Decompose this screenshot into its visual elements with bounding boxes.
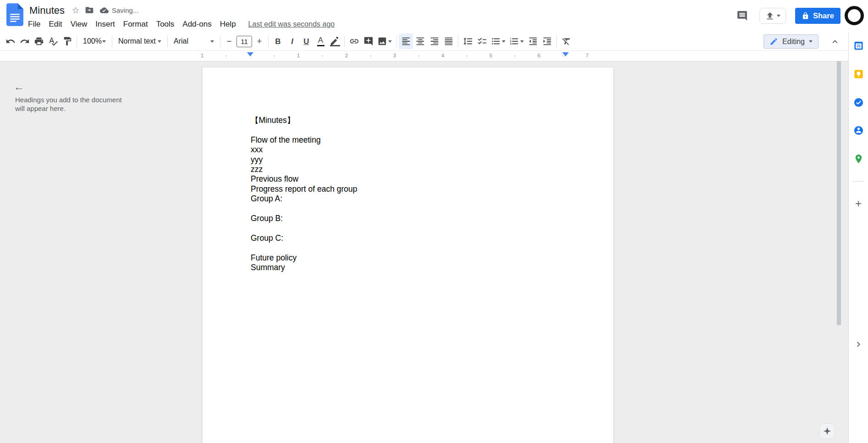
doc-line[interactable]: 【Minutes】 <box>251 116 565 125</box>
decrease-indent-button[interactable] <box>526 33 540 49</box>
menu-tools[interactable]: Tools <box>152 18 179 30</box>
explore-button[interactable] <box>819 423 835 439</box>
mode-label: Editing <box>782 38 805 46</box>
close-outline-button[interactable]: ← <box>10 78 27 95</box>
titlebar: Minutes ☆ Saving... File Edit View Inser… <box>0 0 868 32</box>
line-spacing-button[interactable] <box>461 33 475 49</box>
link-icon <box>349 36 359 46</box>
align-justify-icon <box>444 36 454 46</box>
star-button[interactable]: ☆ <box>69 4 82 17</box>
doc-line[interactable]: yyy <box>251 155 565 165</box>
doc-line[interactable]: Previous flow <box>251 174 565 184</box>
doc-line[interactable]: Summary <box>251 263 565 272</box>
doc-line[interactable]: Group C: <box>251 233 565 243</box>
paint-format-button[interactable] <box>60 33 74 49</box>
pencil-icon <box>769 37 778 46</box>
menu-help[interactable]: Help <box>216 18 240 30</box>
hide-menus-button[interactable] <box>827 34 843 50</box>
bold-button[interactable]: B <box>271 33 285 49</box>
align-left-button[interactable] <box>399 33 413 49</box>
increase-font-size-button[interactable]: + <box>253 33 266 49</box>
get-add-ons-button[interactable]: + <box>850 195 867 212</box>
keep-button[interactable] <box>850 65 867 83</box>
toolbar-divider <box>396 36 396 47</box>
align-justify-button[interactable] <box>441 33 456 49</box>
doc-line[interactable]: zzz <box>251 165 565 174</box>
calendar-button[interactable]: 31 <box>850 37 867 54</box>
show-side-panel-button[interactable]: › <box>850 334 867 353</box>
decrease-font-size-button[interactable]: − <box>223 33 236 49</box>
chevron-up-icon <box>830 37 840 47</box>
docs-logo[interactable] <box>6 3 23 26</box>
font-family-select[interactable]: Arial <box>170 33 218 49</box>
checklist-button[interactable] <box>475 33 489 49</box>
toolbar-divider <box>458 36 458 47</box>
vertical-scrollbar[interactable] <box>837 61 841 325</box>
spell-check-button[interactable] <box>46 33 60 49</box>
menu-format[interactable]: Format <box>119 18 152 30</box>
highlight-color-button[interactable] <box>328 33 342 49</box>
clear-formatting-button[interactable] <box>559 33 573 49</box>
ruler-tick <box>418 55 419 57</box>
zoom-select[interactable]: 100% <box>79 33 110 49</box>
plus-icon: + <box>257 37 262 45</box>
italic-button[interactable]: I <box>285 33 299 49</box>
align-right-button[interactable] <box>427 33 441 49</box>
align-center-button[interactable] <box>413 33 427 49</box>
doc-line[interactable]: xxx <box>251 145 565 155</box>
redo-button[interactable] <box>17 33 32 49</box>
underline-icon: U <box>303 38 309 45</box>
underline-button[interactable]: U <box>299 33 313 49</box>
numbered-list-button[interactable] <box>507 33 526 49</box>
ruler-tick <box>370 55 371 57</box>
cloud-done-icon <box>100 6 109 15</box>
increase-indent-button[interactable] <box>540 33 554 49</box>
document-title-input[interactable]: Minutes <box>29 5 65 17</box>
explore-icon <box>823 426 832 436</box>
maps-button[interactable] <box>850 150 867 167</box>
avatar[interactable] <box>845 6 864 25</box>
contacts-button[interactable] <box>850 122 867 139</box>
doc-line[interactable] <box>251 204 565 214</box>
menu-insert[interactable]: Insert <box>91 18 119 30</box>
menu-view[interactable]: View <box>66 18 92 30</box>
font-size-input[interactable]: 11 <box>236 36 252 47</box>
doc-line[interactable]: Group B: <box>251 214 565 223</box>
add-comment-button[interactable] <box>361 33 375 49</box>
last-edit-link[interactable]: Last edit was seconds ago <box>248 20 335 28</box>
doc-line[interactable] <box>251 243 565 253</box>
insert-link-button[interactable] <box>347 33 361 49</box>
doc-line[interactable]: Flow of the meeting <box>251 135 565 145</box>
share-button[interactable]: Share <box>795 8 841 24</box>
right-indent-marker[interactable] <box>562 52 569 56</box>
move-to-folder-button[interactable] <box>82 4 96 17</box>
menu-edit[interactable]: Edit <box>44 18 66 30</box>
bulleted-list-button[interactable] <box>489 33 507 49</box>
doc-line[interactable] <box>251 223 565 233</box>
toolbar-divider <box>556 36 557 47</box>
comment-history-button[interactable] <box>733 6 751 25</box>
ruler-tick <box>226 55 226 57</box>
side-panel: 31 + › <box>848 32 868 443</box>
menu-file[interactable]: File <box>24 18 44 30</box>
clear-formatting-icon <box>561 36 571 46</box>
upload-button[interactable] <box>759 8 786 24</box>
doc-line[interactable]: Future policy <box>251 253 565 263</box>
chevron-down-icon <box>158 40 161 43</box>
tasks-button[interactable] <box>850 94 867 111</box>
print-button[interactable] <box>32 33 46 49</box>
doc-line[interactable]: Group A: <box>251 194 565 204</box>
insert-image-button[interactable] <box>375 33 394 49</box>
checklist-icon <box>477 36 487 46</box>
undo-button[interactable] <box>3 33 17 49</box>
text-color-button[interactable]: A <box>313 33 328 49</box>
left-indent-marker[interactable] <box>247 52 253 56</box>
ruler-tick <box>515 55 515 57</box>
paragraph-style-select[interactable]: Normal text <box>115 33 165 49</box>
menu-add-ons[interactable]: Add-ons <box>178 18 215 30</box>
font-family-value: Arial <box>174 37 188 45</box>
doc-line[interactable] <box>251 125 565 135</box>
document-page[interactable]: 【Minutes】 Flow of the meeting xxx yyy zz… <box>202 67 614 443</box>
doc-line[interactable]: Progress report of each group <box>251 184 565 194</box>
editing-mode-button[interactable]: Editing <box>764 34 819 49</box>
